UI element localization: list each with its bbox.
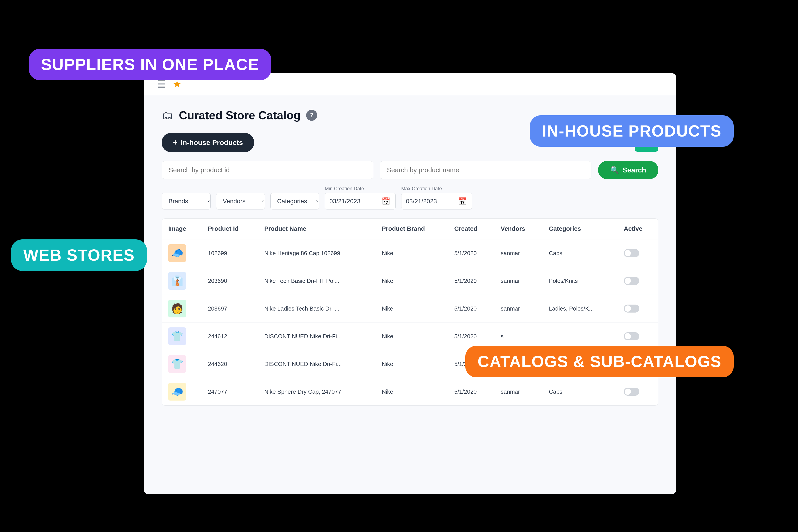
col-product-name[interactable]: Product Name <box>258 218 376 239</box>
content-area: 🗂 Curated Store Catalog ? In-house Produ… <box>144 95 676 494</box>
cell-image: 🧑 <box>162 295 202 323</box>
cell-product-id: 102699 <box>202 239 258 267</box>
active-toggle[interactable] <box>624 305 639 312</box>
min-date-calendar-icon[interactable]: 📅 <box>381 197 391 206</box>
cell-product-brand: Nike <box>376 378 448 406</box>
active-toggle[interactable] <box>624 388 639 396</box>
active-toggle[interactable] <box>624 249 639 257</box>
cell-product-id: 244620 <box>202 350 258 378</box>
search-row: 🔍 Search <box>162 161 658 179</box>
cell-image: 🧢 <box>162 239 202 267</box>
cell-product-id: 203690 <box>202 267 258 295</box>
max-date-input[interactable] <box>406 198 455 205</box>
cell-product-brand: Nike <box>376 323 448 350</box>
cell-product-id: 203697 <box>202 295 258 323</box>
cell-product-name: Nike Tech Basic Dri-FIT Pol... <box>258 267 376 295</box>
cell-product-name: DISCONTINUED Nike Dri-Fi... <box>258 323 376 350</box>
catalog-icon: 🗂 <box>162 109 173 122</box>
max-date-group: Max Creation Date 📅 <box>401 186 472 209</box>
cell-product-brand: Nike <box>376 295 448 323</box>
col-active: Active <box>618 218 658 239</box>
max-date-label: Max Creation Date <box>401 186 472 191</box>
product-avatar: 👔 <box>168 272 186 290</box>
col-created[interactable]: Created <box>448 218 494 239</box>
col-categories[interactable]: Categories <box>543 218 618 239</box>
categories-filter[interactable]: Categories <box>270 193 319 209</box>
cell-active <box>618 378 658 406</box>
cell-category: Caps <box>543 378 618 406</box>
active-toggle[interactable] <box>624 277 639 285</box>
cell-category: Ladies, Polos/K... <box>543 295 618 323</box>
table-row: 👔 203690 Nike Tech Basic Dri-FIT Pol... … <box>162 267 658 295</box>
table-body: 🧢 102699 Nike Heritage 86 Cap 102699 Nik… <box>162 239 658 405</box>
cell-product-id: 244612 <box>202 323 258 350</box>
cell-category: Caps <box>543 239 618 267</box>
catalogs-badge: CATALOGS & SUB-CATALOGS <box>465 346 734 377</box>
cell-created: 5/1/2020 <box>448 295 494 323</box>
page-title: Curated Store Catalog <box>179 109 301 122</box>
min-date-group: Min Creation Date 📅 <box>325 186 396 209</box>
cell-product-name: Nike Heritage 86 Cap 102699 <box>258 239 376 267</box>
cell-product-brand: Nike <box>376 239 448 267</box>
cell-image: 👕 <box>162 350 202 378</box>
active-toggle[interactable] <box>624 332 639 340</box>
product-avatar: 🧑 <box>168 300 186 318</box>
cell-created: 5/1/2020 <box>448 378 494 406</box>
cell-active <box>618 295 658 323</box>
table-row: 🧢 247077 Nike Sphere Dry Cap, 247077 Nik… <box>162 378 658 406</box>
cell-vendor: sanmar <box>495 295 543 323</box>
cell-product-name: Nike Sphere Dry Cap, 247077 <box>258 378 376 406</box>
cell-created: 5/1/2020 <box>448 239 494 267</box>
cell-product-brand: Nike <box>376 267 448 295</box>
cell-vendor: sanmar <box>495 239 543 267</box>
cell-product-id: 247077 <box>202 378 258 406</box>
col-image: Image <box>162 218 202 239</box>
product-avatar: 👕 <box>168 327 186 345</box>
cell-product-name: Nike Ladies Tech Basic Dri-... <box>258 295 376 323</box>
col-product-brand[interactable]: Product Brand <box>376 218 448 239</box>
table-header-row: Image Product Id Product Name Product Br… <box>162 218 658 239</box>
search-magnify-icon: 🔍 <box>610 166 619 174</box>
search-button[interactable]: 🔍 Search <box>598 161 658 179</box>
vendors-filter[interactable]: Vendors <box>216 193 265 209</box>
table-row: 🧑 203697 Nike Ladies Tech Basic Dri-... … <box>162 295 658 323</box>
cell-active <box>618 239 658 267</box>
table-row: 🧢 102699 Nike Heritage 86 Cap 102699 Nik… <box>162 239 658 267</box>
brands-filter[interactable]: Brands <box>162 193 211 209</box>
product-avatar: 🧢 <box>168 383 186 401</box>
max-date-input-wrap: 📅 <box>401 193 472 209</box>
cell-active <box>618 267 658 295</box>
inhouse-products-button[interactable]: In-house Products <box>162 133 254 152</box>
cell-vendor: sanmar <box>495 378 543 406</box>
search-by-id-input[interactable] <box>162 161 373 179</box>
product-avatar: 🧢 <box>168 244 186 262</box>
min-date-input[interactable] <box>329 198 378 205</box>
cell-image: 🧢 <box>162 378 202 406</box>
product-avatar: 👕 <box>168 355 186 373</box>
max-date-calendar-icon[interactable]: 📅 <box>458 197 467 206</box>
col-vendors[interactable]: Vendors <box>495 218 543 239</box>
min-date-label: Min Creation Date <box>325 186 396 191</box>
filter-row: Brands Vendors Categories Min Creation D… <box>162 186 658 209</box>
inhouse-badge: IN-HOUSE PRODUCTS <box>530 115 734 147</box>
search-btn-label: Search <box>623 166 646 174</box>
cell-vendor: sanmar <box>495 267 543 295</box>
col-product-id[interactable]: Product Id <box>202 218 258 239</box>
search-by-name-input[interactable] <box>380 161 591 179</box>
cell-created: 5/1/2020 <box>448 267 494 295</box>
webstores-badge: WEB STORES <box>11 240 147 271</box>
suppliers-badge: SUPPLIERS IN ONE PLACE <box>29 49 271 80</box>
cell-product-brand: Nike <box>376 350 448 378</box>
help-icon[interactable]: ? <box>306 110 317 121</box>
products-table: Image Product Id Product Name Product Br… <box>162 218 658 405</box>
min-date-input-wrap: 📅 <box>325 193 396 209</box>
cell-product-name: DISCONTINUED Nike Dri-Fi... <box>258 350 376 378</box>
cell-image: 👕 <box>162 323 202 350</box>
products-table-wrap: Image Product Id Product Name Product Br… <box>162 218 658 406</box>
cell-image: 👔 <box>162 267 202 295</box>
cell-category: Polos/Knits <box>543 267 618 295</box>
